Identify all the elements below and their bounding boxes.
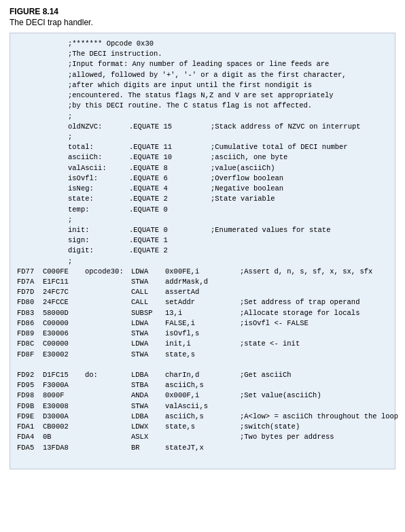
instr-comment: ;A<low> = asciiCh throughout the loop <box>240 412 398 422</box>
instr-mnemonic: LDBA <box>131 412 165 422</box>
blank-line <box>17 360 388 370</box>
instr-opcode: C00000 <box>43 318 85 329</box>
instr-operand: stateJT,x <box>165 443 240 453</box>
instr-addr: FD8C <box>17 339 43 349</box>
instr-operand: asciiCh,s <box>165 412 240 422</box>
instr-operand: state,s <box>165 422 240 432</box>
instr-operand: 0x000F,i <box>165 390 240 401</box>
comment-line: ;allowed, followed by '+', '-' or a digi… <box>17 70 388 80</box>
instruction-line: FD89 E30006 STWA isOvfl,s <box>17 329 388 339</box>
equate-directive: .EQUATE 8 <box>129 163 211 173</box>
equate-indent <box>17 246 68 256</box>
instr-label <box>85 339 131 349</box>
equate-line: asciiCh: .EQUATE 10 ;asciiCh, one byte <box>17 152 388 163</box>
instr-label <box>85 422 131 432</box>
equate-indent <box>17 205 68 215</box>
instr-label <box>85 287 131 297</box>
equate-directive: .EQUATE 6 <box>129 173 211 184</box>
instr-opcode: 8000F <box>43 390 85 401</box>
equate-label: init: <box>68 225 129 235</box>
instr-comment: ;state <- init <box>240 339 300 349</box>
comment-line: ;The DECI instruction. <box>17 49 388 59</box>
instr-addr: FD9E <box>17 412 43 422</box>
instr-addr: FDA1 <box>17 422 43 432</box>
equate-label: oldNZVC: <box>68 122 129 132</box>
instr-opcode: C000FE <box>43 267 85 277</box>
instruction-line: FD83 58000D SUBSP 13,i ;Allocate storage… <box>17 308 388 318</box>
equate-indent <box>17 225 68 235</box>
comment-line: ; <box>17 112 388 122</box>
instr-comment: ;switch(state) <box>240 422 300 432</box>
instr-label <box>85 297 131 307</box>
equate-label: valAscii: <box>68 163 129 173</box>
instr-addr: FD7D <box>17 287 43 297</box>
instruction-line: FD9E D3000A LDBA asciiCh,s ;A<low> = asc… <box>17 412 388 422</box>
equate-label: temp: <box>68 205 129 215</box>
blank-line: ; <box>17 256 388 267</box>
instr-operand: 13,i <box>165 308 240 318</box>
instruction-line: FD92 D1FC15 do: LDBA charIn,d ;Get ascii… <box>17 370 388 380</box>
equate-indent <box>17 194 68 204</box>
instr-comment: ;Assert d, n, s, sf, x, sx, sfx <box>240 267 372 277</box>
instr-mnemonic: LDWA <box>131 339 165 349</box>
figure-caption: The DECI trap handler. <box>10 18 395 27</box>
instr-label: opcode30: <box>85 267 131 277</box>
instr-mnemonic: LDWA <box>131 318 165 329</box>
equate-indent <box>17 173 68 184</box>
instr-opcode: E30008 <box>43 401 85 412</box>
instruction-line: FD77 C000FE opcode30: LDWA 0x00FE,i ;Ass… <box>17 267 388 277</box>
equate-comment: ;Overflow boolean <box>211 173 283 184</box>
equate-indent <box>17 122 68 132</box>
comment-line: ;encountered. The status flags N,Z and V… <box>17 90 388 101</box>
instr-mnemonic: BR <box>131 443 165 453</box>
equate-comment: ;asciiCh, one byte <box>211 152 287 163</box>
comment-text: ;allowed, followed by '+', '-' or a digi… <box>17 70 347 80</box>
instr-opcode: C00000 <box>43 339 85 349</box>
instruction-line: FD80 24FCCE CALL setAddr ;Set address of… <box>17 297 388 307</box>
equate-directive: .EQUATE 10 <box>129 152 211 163</box>
blank-line: ; <box>17 215 388 225</box>
instr-operand: 0x00FE,i <box>165 267 240 277</box>
instr-opcode: D1FC15 <box>43 370 85 380</box>
comment-text: ;after which digits are input until the … <box>17 80 312 90</box>
instruction-line: FD86 C00000 LDWA FALSE,i ;isOvfl <- FALS… <box>17 318 388 329</box>
instr-operand: setAddr <box>165 297 240 307</box>
equate-directive: .EQUATE 1 <box>129 235 211 246</box>
instr-addr: FD83 <box>17 308 43 318</box>
instr-opcode: D3000A <box>43 412 85 422</box>
equate-label: digit: <box>68 246 129 256</box>
comment-line: ;******* Opcode 0x30 <box>17 39 388 49</box>
instr-operand: charIn,d <box>165 370 240 380</box>
instr-mnemonic: ASLX <box>131 432 165 442</box>
instr-label <box>85 412 131 422</box>
equate-line: init: .EQUATE 0 ;Enumerated values for s… <box>17 225 388 235</box>
instr-label <box>85 350 131 360</box>
instruction-line: FDA1 CB0002 LDWX state,s ;switch(state) <box>17 422 388 432</box>
equate-comment: ;State variable <box>211 194 275 204</box>
equate-label: sign: <box>68 235 129 246</box>
instruction-line: FD8F E30002 STWA state,s <box>17 350 388 360</box>
instr-label <box>85 443 131 453</box>
equate-indent <box>17 235 68 246</box>
instr-mnemonic: STWA <box>131 350 165 360</box>
instr-label: do: <box>85 370 131 380</box>
instruction-line: FD98 8000F ANDA 0x000F,i ;Set value(asci… <box>17 390 388 401</box>
instr-mnemonic: LDWA <box>131 267 165 277</box>
instr-mnemonic: CALL <box>131 297 165 307</box>
instr-comment: ;Set address of trap operand <box>240 297 359 307</box>
instr-opcode: CB0002 <box>43 422 85 432</box>
instr-label <box>85 380 131 390</box>
instr-addr: FD98 <box>17 390 43 401</box>
instr-operand: valAscii,s <box>165 401 240 412</box>
instr-operand: asciiCh,s <box>165 380 240 390</box>
equate-line: valAscii: .EQUATE 8 ;value(asciiCh) <box>17 163 388 173</box>
comment-text: ;by this DECI routine. The C status flag… <box>17 101 312 111</box>
instr-operand: assertAd <box>165 287 240 297</box>
instr-opcode: 24FC7C <box>43 287 85 297</box>
comment-line: ;after which digits are input until the … <box>17 80 388 90</box>
equate-comment: ;Negative boolean <box>211 184 283 194</box>
equate-line: total: .EQUATE 11 ;Cumulative total of D… <box>17 142 388 152</box>
instruction-line: FDA5 13FDA8 BR stateJT,x <box>17 443 388 453</box>
instr-comment: ;Two bytes per address <box>240 432 334 442</box>
instr-mnemonic: STWA <box>131 277 165 287</box>
